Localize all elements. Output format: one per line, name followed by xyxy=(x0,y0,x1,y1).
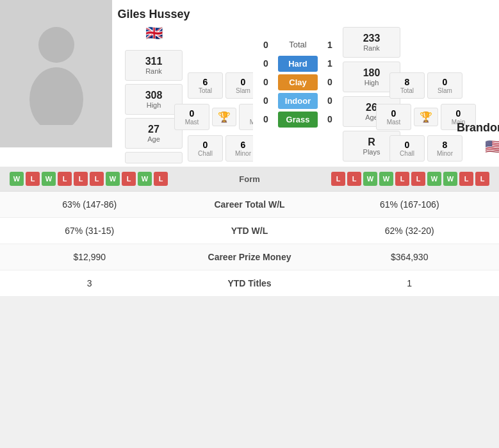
left-mast-box: 0 Mast xyxy=(174,104,209,130)
left-stat-col: 6 Total 0 Slam 0 Mast 🏆 0 Main xyxy=(195,0,253,167)
right-form-badge: W xyxy=(379,172,393,186)
stats-cell-center-0: Career Total W/L xyxy=(179,192,320,217)
left-player-name: Giles Hussey xyxy=(117,8,190,21)
right-plays-label: Plays xyxy=(353,148,390,156)
right-plays-value: R xyxy=(353,137,390,148)
left-player-photo xyxy=(0,0,112,147)
left-mast-val: 0 xyxy=(181,108,202,119)
right-player-name-area: Brandon Holt 🇺🇸 xyxy=(452,0,499,167)
left-player-details: Giles Hussey 🇬🇧 311 Rank 308 High 27 Age xyxy=(112,0,195,167)
left-form-badge: L xyxy=(122,172,136,186)
stats-cell-left-3: 3 xyxy=(0,270,179,296)
stats-cell-right-2: $364,930 xyxy=(320,244,500,270)
indoor-score-left: 0 xyxy=(256,95,275,106)
right-form-badge: L xyxy=(475,172,489,186)
left-chall-minor-row: 0 Chall 6 Minor xyxy=(188,135,261,162)
total-score-right: 1 xyxy=(320,40,339,50)
left-chall-val: 0 xyxy=(195,140,216,150)
form-label: Form xyxy=(218,174,282,184)
left-high-label: High xyxy=(135,101,172,109)
stats-cell-right-1: 62% (32-20) xyxy=(320,218,500,244)
left-form-badge: L xyxy=(74,172,88,186)
center-court-section: 0 Total 1 0 Hard 1 0 Clay 0 0 Indoor 0 xyxy=(253,0,343,167)
stats-cell-left-2: $12,990 xyxy=(0,244,179,270)
total-score-row: 0 Total 1 xyxy=(256,40,339,50)
left-age-value: 27 xyxy=(135,124,172,135)
right-form-badge: W xyxy=(427,172,441,186)
right-rank-value: 233 xyxy=(353,33,390,44)
right-form-badge: W xyxy=(443,172,457,186)
right-total-val: 8 xyxy=(397,77,418,87)
right-player-flag: 🇺🇸 xyxy=(485,138,500,155)
left-plays-box xyxy=(125,152,183,163)
right-chall-box: 0 Chall xyxy=(389,135,425,162)
total-score-left: 0 xyxy=(256,40,275,50)
left-player-flag: 🇬🇧 xyxy=(145,25,163,42)
left-minor-lbl: Minor xyxy=(233,150,254,157)
grass-score-left: 0 xyxy=(256,114,275,124)
right-rank-label: Rank xyxy=(353,44,390,52)
right-sub-stat-col: 8 Total 0 Slam 0 Mast 🏆 0 Main xyxy=(400,0,452,167)
right-total-box: 8 Total xyxy=(389,72,425,99)
left-total-val: 6 xyxy=(195,77,216,87)
left-form-badges: WLWLLLWLWL xyxy=(10,172,211,186)
indoor-score-right: 0 xyxy=(320,95,339,106)
stats-cell-center-3: YTD Titles xyxy=(179,270,320,296)
left-form-badge: W xyxy=(42,172,56,186)
clay-score-left: 0 xyxy=(256,77,275,87)
left-form-badge: W xyxy=(106,172,120,186)
right-form-badge: L xyxy=(347,172,361,186)
left-slam-val: 0 xyxy=(233,77,254,87)
right-form-badge: L xyxy=(331,172,345,186)
right-form-badge: L xyxy=(459,172,473,186)
hard-score-right: 1 xyxy=(320,58,339,69)
left-chall-box: 0 Chall xyxy=(188,135,223,162)
left-form-badge: L xyxy=(154,172,168,186)
hard-button[interactable]: Hard xyxy=(278,56,318,72)
total-label: Total xyxy=(275,40,320,49)
right-form-badge: W xyxy=(363,172,377,186)
right-high-value: 180 xyxy=(353,67,390,79)
left-rank-label: Rank xyxy=(135,67,172,75)
right-rank-box: 233 Rank xyxy=(343,27,400,58)
stats-cell-center-2: Career Prize Money xyxy=(179,244,320,270)
right-chall-lbl: Chall xyxy=(397,150,418,157)
right-total-lbl: Total xyxy=(397,87,418,94)
right-chall-val: 0 xyxy=(397,140,418,150)
right-player-name: Brandon Holt xyxy=(457,121,499,135)
left-mast-lbl: Mast xyxy=(181,119,202,126)
left-total-box: 6 Total xyxy=(188,72,223,99)
stats-cell-right-3: 1 xyxy=(320,270,500,296)
left-age-label: Age xyxy=(135,135,172,143)
left-rank-box: 311 Rank xyxy=(125,50,183,81)
stats-cell-left-1: 67% (31-15) xyxy=(0,218,179,244)
hard-row: 0 Hard 1 xyxy=(256,56,339,72)
left-form-badge: L xyxy=(26,172,40,186)
right-high-label: High xyxy=(353,79,390,87)
left-form-badge: L xyxy=(90,172,104,186)
left-slam-lbl: Slam xyxy=(233,87,254,94)
svg-point-1 xyxy=(29,67,83,125)
right-form-badge: L xyxy=(395,172,409,186)
left-total-slam-row: 6 Total 0 Slam xyxy=(188,72,261,99)
main-container: Giles Hussey 🇬🇧 311 Rank 308 High 27 Age xyxy=(0,0,499,297)
left-rank-value: 311 xyxy=(135,56,172,67)
left-minor-val: 6 xyxy=(233,140,254,150)
left-form-badge: W xyxy=(10,172,24,186)
stats-cell-center-1: YTD W/L xyxy=(179,218,320,244)
indoor-button[interactable]: Indoor xyxy=(278,93,318,109)
grass-button[interactable]: Grass xyxy=(278,112,318,128)
stats-row-1: 67% (31-15)YTD W/L62% (32-20) xyxy=(0,218,499,244)
clay-score-right: 0 xyxy=(320,77,339,87)
grass-score-right: 0 xyxy=(320,114,339,124)
right-form-badge: L xyxy=(411,172,425,186)
svg-point-0 xyxy=(38,27,74,63)
left-total-lbl: Total xyxy=(195,87,216,94)
stats-cell-right-0: 61% (167-106) xyxy=(320,192,500,217)
stats-row-2: $12,990Career Prize Money$364,930 xyxy=(0,244,499,270)
grass-row: 0 Grass 0 xyxy=(256,112,339,128)
clay-button[interactable]: Clay xyxy=(278,74,318,90)
stats-row-0: 63% (147-86)Career Total W/L61% (167-106… xyxy=(0,192,499,218)
left-chall-lbl: Chall xyxy=(195,150,216,157)
right-form-badges: LLWWLLWWLL xyxy=(288,172,490,186)
